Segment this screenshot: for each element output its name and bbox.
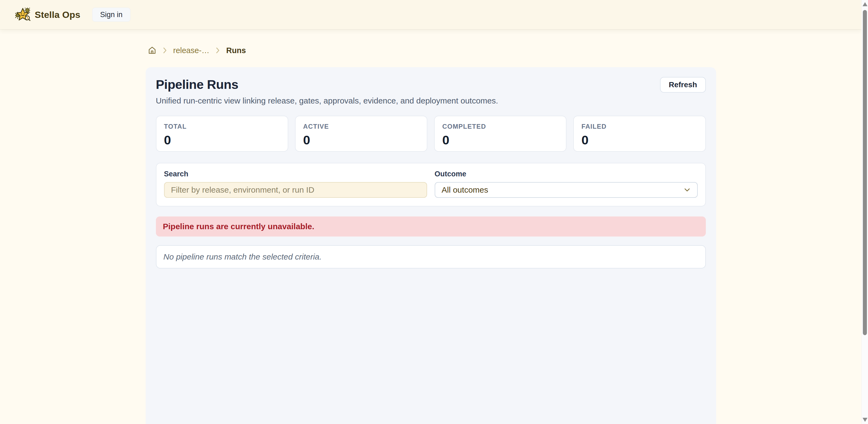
stat-label: ACTIVE bbox=[303, 123, 419, 130]
empty-state: No pipeline runs match the selected crit… bbox=[156, 245, 706, 268]
scrollbar-thumb[interactable] bbox=[863, 10, 867, 335]
filters-card: Search Outcome All outcomes bbox=[156, 163, 706, 206]
stat-value: 0 bbox=[303, 132, 419, 148]
chevron-right-icon bbox=[215, 47, 220, 54]
error-banner: Pipeline runs are currently unavailable. bbox=[156, 217, 706, 236]
brand-title: Stella Ops bbox=[35, 9, 80, 20]
breadcrumb: release-… Runs bbox=[146, 45, 716, 55]
chevron-right-icon bbox=[162, 47, 167, 54]
app-header: Stella Ops Sign in bbox=[0, 0, 862, 29]
home-icon[interactable] bbox=[148, 46, 156, 55]
viewport: Stella Ops Sign in release-… bbox=[0, 0, 868, 424]
page-subtitle: Unified run-centric view linking release… bbox=[156, 96, 498, 105]
sign-in-button[interactable]: Sign in bbox=[92, 8, 130, 22]
stat-value: 0 bbox=[164, 132, 280, 148]
pipeline-runs-panel: Pipeline Runs Unified run-centric view l… bbox=[146, 67, 716, 424]
breadcrumb-item-runs: Runs bbox=[226, 46, 246, 55]
search-label: Search bbox=[164, 170, 427, 178]
stat-label: FAILED bbox=[581, 123, 698, 130]
page-title: Pipeline Runs bbox=[156, 77, 498, 92]
outcome-selected-value: All outcomes bbox=[442, 185, 488, 195]
scroll-up-arrow-icon[interactable] bbox=[863, 2, 867, 6]
panel-header: Pipeline Runs Unified run-centric view l… bbox=[156, 77, 706, 105]
vertical-scrollbar[interactable] bbox=[862, 0, 868, 424]
stat-card-active: ACTIVE 0 bbox=[295, 116, 427, 152]
stat-value: 0 bbox=[442, 132, 558, 148]
outcome-label: Outcome bbox=[435, 170, 698, 178]
stella-ops-logo-icon bbox=[15, 7, 30, 22]
brand: Stella Ops bbox=[15, 7, 80, 22]
page: Stella Ops Sign in release-… bbox=[0, 0, 862, 424]
chevron-down-icon bbox=[684, 188, 691, 192]
stat-card-failed: FAILED 0 bbox=[573, 116, 706, 152]
scroll-down-arrow-icon[interactable] bbox=[863, 418, 867, 422]
stat-card-total: TOTAL 0 bbox=[156, 116, 288, 152]
stat-value: 0 bbox=[581, 132, 698, 148]
outcome-select[interactable]: All outcomes bbox=[435, 182, 698, 198]
outcome-filter: Outcome All outcomes bbox=[435, 170, 698, 198]
stat-label: TOTAL bbox=[164, 123, 280, 130]
stat-card-completed: COMPLETED 0 bbox=[434, 116, 566, 152]
refresh-button[interactable]: Refresh bbox=[660, 77, 706, 93]
search-input[interactable] bbox=[164, 182, 427, 198]
stats-row: TOTAL 0 ACTIVE 0 COMPLETED 0 FAILED 0 bbox=[156, 116, 706, 152]
breadcrumb-item-release[interactable]: release-… bbox=[173, 46, 210, 55]
search-filter: Search bbox=[164, 170, 427, 198]
stat-label: COMPLETED bbox=[442, 123, 558, 130]
